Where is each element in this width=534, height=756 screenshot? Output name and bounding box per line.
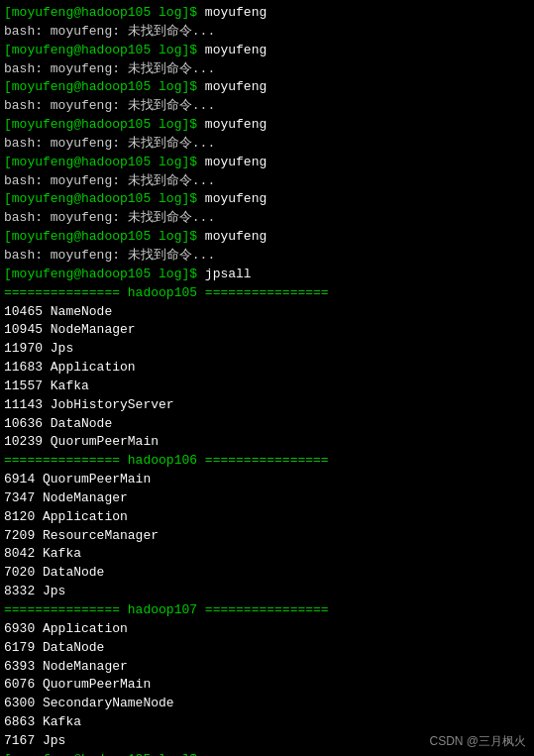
terminal-line: 8120 Application [4, 508, 530, 527]
process-text: 10636 DataNode [4, 416, 112, 431]
process-text: 8042 Kafka [4, 546, 81, 561]
prompt-text: [moyufeng@hadoop105 log]$ [4, 79, 205, 94]
error-text: bash: moyufeng: 未找到命令... [4, 210, 215, 225]
terminal-line: 6930 Application [4, 620, 530, 639]
command-text: moyufeng [205, 43, 267, 57]
process-text: 11970 Jps [4, 341, 73, 356]
terminal-line: 10239 QuorumPeerMain [4, 433, 530, 452]
terminal-line: 11557 Kafka [4, 378, 530, 396]
terminal-line: 6914 QuorumPeerMain [4, 471, 530, 489]
process-text: 10945 NodeManager [4, 322, 136, 337]
terminal-line: =============== hadoop105 ==============… [4, 284, 530, 303]
terminal-line: [moyufeng@hadoop105 log]$ moyufeng [4, 42, 530, 60]
terminal-line: bash: moyufeng: 未找到命令... [4, 23, 530, 42]
process-text: 6930 Application [4, 621, 128, 636]
process-text: 7347 NodeManager [4, 490, 128, 505]
terminal-line: [moyufeng@hadoop105 log]$ jpsall [4, 266, 530, 284]
command-text: moyufeng [205, 191, 267, 206]
process-text: 6076 QuorumPeerMain [4, 677, 151, 692]
prompt-text: [moyufeng@hadoop105 log]$ [4, 752, 205, 756]
terminal-line: bash: moyufeng: 未找到命令... [4, 172, 530, 191]
terminal-line: 7347 NodeManager [4, 489, 530, 508]
terminal-line: 7020 DataNode [4, 564, 530, 583]
process-text: 6393 NodeManager [4, 659, 128, 674]
terminal-line: 11143 JobHistoryServer [4, 396, 530, 415]
command-text: jpsall [205, 267, 252, 281]
prompt-text: [moyufeng@hadoop105 log]$ [4, 191, 205, 206]
command-text: moyufeng [205, 79, 267, 94]
terminal-line: 8332 Jps [4, 583, 530, 601]
process-text: 8332 Jps [4, 584, 65, 598]
error-text: bash: moyufeng: 未找到命令... [4, 248, 215, 263]
separator-text: =============== hadoop106 ==============… [4, 453, 329, 468]
error-text: bash: moyufeng: 未找到命令... [4, 136, 215, 151]
error-text: bash: moyufeng: 未找到命令... [4, 61, 215, 76]
process-text: 6300 SecondaryNameNode [4, 696, 174, 710]
terminal-line: 8042 Kafka [4, 545, 530, 564]
terminal-line: [moyufeng@hadoop105 log]$ moyufeng [4, 190, 530, 209]
separator-text: =============== hadoop107 ==============… [4, 602, 329, 617]
separator-text: =============== hadoop105 ==============… [4, 285, 329, 300]
process-text: 11683 Application [4, 360, 136, 375]
terminal-line: [moyufeng@hadoop105 log]$ moyufeng [4, 78, 530, 97]
terminal-line: 7209 ResourceManager [4, 527, 530, 546]
error-text: bash: moyufeng: 未找到命令... [4, 24, 215, 39]
process-text: 11143 JobHistoryServer [4, 397, 174, 412]
process-text: 6863 Kafka [4, 714, 81, 729]
process-text: 8120 Application [4, 509, 128, 524]
terminal-line: bash: moyufeng: 未找到命令... [4, 135, 530, 154]
terminal-line: bash: moyufeng: 未找到命令... [4, 209, 530, 228]
terminal-line: =============== hadoop106 ==============… [4, 452, 530, 471]
command-text: moyufeng [205, 155, 267, 169]
terminal-line: bash: moyufeng: 未找到命令... [4, 60, 530, 79]
terminal-line: 11970 Jps [4, 340, 530, 359]
terminal-line: bash: moyufeng: 未找到命令... [4, 97, 530, 116]
process-text: 7209 ResourceManager [4, 528, 159, 543]
error-text: bash: moyufeng: 未找到命令... [4, 98, 215, 113]
process-text: 6914 QuorumPeerMain [4, 472, 151, 486]
terminal-line: [moyufeng@hadoop105 log]$ moyufeng [4, 4, 530, 23]
terminal-line: [moyufeng@hadoop105 log]$ moyufeng [4, 116, 530, 135]
watermark: CSDN @三月枫火 [429, 733, 526, 750]
terminal-line: 6393 NodeManager [4, 658, 530, 677]
prompt-text: [moyufeng@hadoop105 log]$ [4, 267, 205, 281]
process-text: 11557 Kafka [4, 378, 89, 393]
terminal-line: [moyufeng@hadoop105 log]$ [4, 751, 530, 756]
prompt-text: [moyufeng@hadoop105 log]$ [4, 117, 205, 132]
prompt-text: [moyufeng@hadoop105 log]$ [4, 155, 205, 169]
prompt-text: [moyufeng@hadoop105 log]$ [4, 229, 205, 244]
prompt-text: [moyufeng@hadoop105 log]$ [4, 43, 205, 57]
prompt-text: [moyufeng@hadoop105 log]$ [4, 5, 205, 20]
terminal-line: 10465 NameNode [4, 303, 530, 322]
command-text: moyufeng [205, 229, 267, 244]
terminal-line: 11683 Application [4, 359, 530, 378]
terminal-line: 6076 QuorumPeerMain [4, 676, 530, 695]
terminal-line: [moyufeng@hadoop105 log]$ moyufeng [4, 154, 530, 172]
terminal-line: 6179 DataNode [4, 639, 530, 658]
terminal-line: [moyufeng@hadoop105 log]$ moyufeng [4, 228, 530, 247]
process-text: 6179 DataNode [4, 640, 104, 655]
process-text: 7167 Jps [4, 733, 65, 748]
process-text: 7020 DataNode [4, 565, 104, 580]
terminal-line: 10636 DataNode [4, 415, 530, 434]
terminal: [moyufeng@hadoop105 log]$ moyufengbash: … [0, 0, 534, 756]
terminal-line: bash: moyufeng: 未找到命令... [4, 247, 530, 266]
command-text: moyufeng [205, 5, 267, 20]
process-text: 10239 QuorumPeerMain [4, 434, 159, 449]
command-text: moyufeng [205, 117, 267, 132]
error-text: bash: moyufeng: 未找到命令... [4, 173, 215, 188]
terminal-line: 10945 NodeManager [4, 321, 530, 340]
process-text: 10465 NameNode [4, 304, 112, 319]
terminal-line: 6863 Kafka [4, 713, 530, 732]
terminal-line: 6300 SecondaryNameNode [4, 695, 530, 713]
terminal-line: =============== hadoop107 ==============… [4, 601, 530, 620]
